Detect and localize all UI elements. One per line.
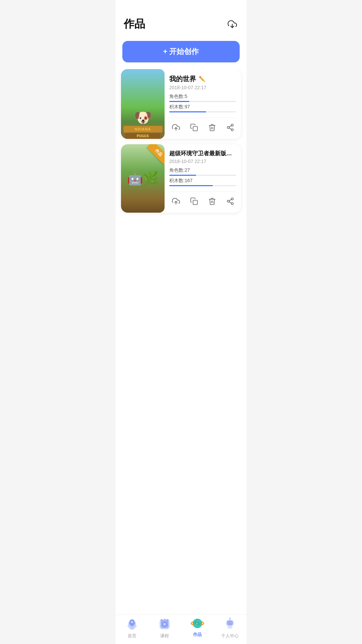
project-date-2: 2018-10-07 22:17: [169, 159, 236, 164]
block-count-2: 积木数:167: [169, 178, 236, 184]
svg-point-19: [130, 627, 134, 629]
char-bar-track-1: [169, 101, 236, 102]
bottom-nav: 首页 课程: [116, 614, 246, 644]
profile-nav-label: 个人中心: [221, 633, 239, 639]
projects-list: 🐶 NDIANA PUGGS 我的世界 ✏️ 2018-10-07 22:17 …: [116, 69, 246, 644]
pug-character: 🐶: [134, 110, 152, 125]
project-info-2: 超级环境守卫者最新版… 2018-10-07 22:17 角色数:27 积木数:…: [165, 144, 241, 213]
svg-point-41: [229, 618, 231, 619]
block-bar-track-1: [169, 111, 236, 112]
profile-nav-icon: [223, 617, 237, 632]
project-card-2[interactable]: 🤖🌿 作品 超级环境守卫者最新版… 2018-10-07 22:17 角色数:2…: [121, 144, 241, 213]
nav-item-profile[interactable]: 个人中心: [214, 617, 247, 639]
char-stat-1: 角色数:5: [169, 94, 236, 102]
char-count-1: 角色数:5: [169, 94, 236, 100]
project-date-1: 2018-10-07 22:17: [169, 85, 236, 90]
cloud-download-button[interactable]: [226, 18, 238, 30]
header: 作品: [116, 0, 246, 37]
svg-rect-26: [161, 620, 163, 621]
course-nav-label: 课程: [160, 633, 169, 639]
char-bar-track-2: [169, 175, 236, 176]
block-bar-fill-2: [169, 185, 213, 186]
badge-ribbon: 作品: [143, 144, 165, 166]
badge-text: 作品: [147, 144, 165, 165]
delete-button-1[interactable]: [206, 121, 218, 133]
page-title: 作品: [124, 17, 145, 32]
svg-line-6: [229, 128, 232, 129]
svg-line-14: [229, 200, 232, 201]
share-button-1[interactable]: [224, 121, 236, 133]
indiana-sign-line2: PUGGS: [125, 133, 160, 139]
nav-item-home[interactable]: 首页: [116, 617, 148, 639]
svg-rect-2: [193, 126, 197, 131]
home-nav-icon: [125, 617, 139, 632]
share-button-2[interactable]: [224, 195, 236, 207]
works-nav-label: 作品: [193, 632, 202, 638]
char-count-2: 角色数:27: [169, 167, 236, 173]
card-actions-1: [169, 118, 236, 133]
svg-rect-39: [231, 622, 232, 623]
nav-item-works[interactable]: 作品: [181, 618, 214, 638]
svg-line-13: [229, 202, 232, 203]
block-bar-fill-1: [169, 111, 206, 112]
svg-rect-9: [193, 200, 197, 205]
upload-button-2[interactable]: [170, 195, 182, 207]
create-button[interactable]: + 开始创作: [122, 41, 240, 62]
svg-rect-27: [164, 619, 166, 620]
svg-rect-28: [167, 620, 169, 621]
home-nav-label: 首页: [128, 633, 136, 639]
indiana-sign-line1: NDIANA: [123, 126, 163, 132]
svg-line-7: [229, 126, 232, 127]
char-bar-fill-1: [169, 101, 189, 102]
block-count-1: 积木数:97: [169, 104, 236, 110]
svg-rect-38: [228, 622, 230, 623]
works-nav-icon: [190, 615, 205, 630]
forest-characters: 🤖🌿: [127, 171, 159, 186]
block-stat-2: 积木数:167: [169, 178, 236, 186]
block-bar-track-2: [169, 185, 236, 186]
copy-button-2[interactable]: [188, 195, 200, 207]
project-name-1: 我的世界: [169, 74, 196, 84]
card-actions-2: [169, 192, 236, 207]
project-thumbnail-2: 🤖🌿 作品: [121, 144, 165, 213]
svg-point-18: [131, 621, 133, 623]
project-info-1: 我的世界 ✏️ 2018-10-07 22:17 角色数:5 积木数:97: [165, 69, 241, 139]
project-name-2: 超级环境守卫者最新版…: [169, 150, 232, 157]
char-stat-2: 角色数:27: [169, 167, 236, 176]
delete-button-2[interactable]: [206, 195, 218, 207]
svg-point-25: [163, 623, 166, 626]
project-thumbnail-1: 🐶 NDIANA PUGGS: [121, 69, 165, 139]
create-button-label: + 开始创作: [163, 47, 199, 57]
project-card-1[interactable]: 🐶 NDIANA PUGGS 我的世界 ✏️ 2018-10-07 22:17 …: [121, 69, 241, 139]
char-bar-fill-2: [169, 175, 196, 176]
block-stat-1: 积木数:97: [169, 104, 236, 112]
upload-button-1[interactable]: [170, 121, 182, 133]
course-nav-icon: [157, 617, 172, 632]
svg-rect-42: [228, 626, 233, 628]
edit-icon-1[interactable]: ✏️: [199, 76, 205, 82]
nav-item-course[interactable]: 课程: [148, 617, 181, 639]
copy-button-1[interactable]: [188, 121, 200, 133]
